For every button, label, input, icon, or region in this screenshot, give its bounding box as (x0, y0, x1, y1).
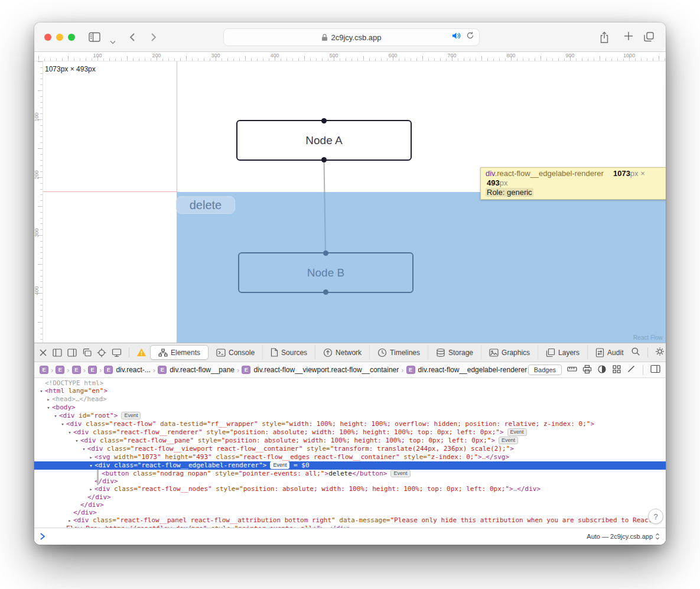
tab-timelines[interactable]: Timelines (369, 345, 428, 360)
appearance-icon[interactable] (597, 365, 607, 376)
dom-tree-row[interactable]: ▸<svg width="1073" height="493" class="r… (34, 453, 666, 461)
breadcrumb-edgelabel-renderer[interactable]: Ediv.react-flow__edgelabel-renderer (406, 366, 528, 374)
dom-tree-row[interactable]: </div> (34, 493, 666, 501)
tab-graphics[interactable]: Graphics (481, 345, 538, 360)
event-badge[interactable]: Event (270, 461, 289, 469)
issues-warning-icon[interactable] (136, 348, 146, 357)
device-settings-icon[interactable] (112, 348, 122, 357)
event-badge[interactable]: Event (390, 470, 410, 477)
breadcrumb-react-flow[interactable]: E (88, 366, 97, 374)
ruler-label: 300 (34, 224, 40, 242)
web-inspector: Elements Console Sources Network Timelin… (34, 343, 666, 545)
dom-tree-row[interactable]: ▸<head>…</head> (34, 395, 666, 403)
close-window-button[interactable] (44, 34, 51, 41)
breadcrumb-renderer[interactable]: Ediv.react-... (104, 366, 150, 374)
node-handle-top[interactable] (321, 118, 327, 123)
print-styles-icon[interactable] (582, 365, 592, 376)
ruler-left: 100200300400500 (34, 61, 43, 343)
share-icon[interactable] (599, 31, 610, 46)
dom-tree-row[interactable]: ▾<html lang="en"> (34, 387, 666, 395)
forward-button[interactable] (150, 32, 157, 45)
node-handle-bottom[interactable] (321, 157, 327, 162)
audio-playing-icon[interactable] (452, 32, 461, 41)
dom-tree-row[interactable]: ▾<div class="react-flow__edgelabel-rende… (34, 461, 666, 470)
delete-edge-button[interactable]: delete (176, 196, 235, 214)
dom-tree-row[interactable]: </div> (34, 501, 666, 509)
disclosure-triangle[interactable]: ▾ (38, 388, 45, 395)
dom-tree-row[interactable]: ▾<div class="react-flow__renderer" style… (34, 428, 666, 437)
disclosure-triangle[interactable]: ▾ (45, 404, 52, 412)
tab-network[interactable]: Network (315, 345, 369, 360)
undock-icon[interactable] (82, 348, 92, 357)
disclosure-triangle[interactable]: ▾ (80, 445, 87, 453)
tab-console[interactable]: Console (209, 345, 262, 360)
disclosure-triangle[interactable]: ▸ (87, 454, 95, 461)
ruler-label: 300 (211, 53, 220, 58)
disclosure-triangle[interactable]: ▸ (66, 517, 73, 525)
disclosure-triangle[interactable]: ▾ (66, 429, 73, 437)
dom-tree-row[interactable]: ▾<body> (34, 403, 666, 412)
grid-overlay-icon[interactable] (612, 365, 621, 376)
element-picker-icon[interactable] (97, 348, 106, 357)
tab-storage[interactable]: Storage (428, 345, 481, 360)
dom-tree-row[interactable]: ▾<div class="react-flow__viewport react-… (34, 445, 666, 453)
event-badge[interactable]: Event (507, 428, 527, 436)
disclosure-triangle[interactable]: ▾ (87, 462, 95, 470)
badges-button[interactable]: Badges (528, 365, 562, 375)
close-inspector-icon[interactable] (39, 349, 47, 357)
event-badge[interactable]: Event (499, 437, 518, 444)
search-icon[interactable] (631, 347, 640, 359)
dom-tree-row[interactable]: ▾<div id="root">Event (34, 412, 666, 420)
rulers-icon[interactable] (567, 365, 577, 375)
zoom-window-button[interactable] (68, 34, 75, 41)
gear-icon[interactable] (655, 347, 665, 359)
chevron-down-icon[interactable] (110, 36, 116, 47)
tab-audit[interactable]: Audit (587, 345, 631, 360)
breadcrumb-root[interactable]: E (72, 366, 81, 374)
flow-node-a[interactable]: Node A (236, 120, 412, 161)
dock-right-icon[interactable] (67, 349, 77, 357)
frame-selector[interactable]: Auto — 2c9jcy.csb.app (587, 533, 660, 540)
dom-tree: <!DOCTYPE html>▾<html lang="en">▸<head>…… (34, 378, 666, 528)
dom-tree-row[interactable]: ▾<div class="react-flow" data-testid="rf… (34, 420, 666, 428)
new-tab-icon[interactable] (623, 31, 634, 44)
disclosure-triangle[interactable]: ▸ (45, 396, 52, 403)
page-viewport[interactable]: Node A Node B React Flow delete 10020030… (34, 52, 666, 343)
disclosure-triangle[interactable]: ▾ (59, 421, 66, 428)
pen-icon[interactable] (627, 365, 636, 375)
tab-layers[interactable]: Layers (538, 345, 587, 360)
disclosure-triangle[interactable]: ▸ (87, 486, 95, 493)
back-button[interactable] (129, 32, 136, 45)
ruler-top: 1002003004005006007008009001000 (34, 52, 666, 61)
dom-tree-row[interactable]: ▸<div class="react-flow__nodes" style="p… (34, 485, 666, 493)
dom-tree-row[interactable]: </div> (34, 509, 666, 516)
breadcrumb-viewport[interactable]: Ediv.react-flow__viewport.react-flow__co… (242, 366, 399, 374)
tab-overview-icon[interactable] (643, 31, 655, 45)
url-bar[interactable]: 2c9jcy.csb.app (223, 28, 480, 46)
quick-console-prompt-icon[interactable] (40, 533, 45, 540)
dom-tree-row[interactable]: <!DOCTYPE html> (34, 379, 666, 387)
ruler-label: 200 (152, 53, 161, 58)
dock-side-icon[interactable] (53, 349, 62, 357)
reload-icon[interactable] (466, 31, 474, 41)
help-button[interactable]: ? (648, 509, 663, 524)
disclosure-triangle[interactable]: ▾ (73, 437, 80, 445)
breadcrumb-html[interactable]: E (40, 366, 48, 374)
dom-tree-row[interactable]: ▸<div class="react-flow__panel react-flo… (34, 516, 666, 528)
breadcrumb-body[interactable]: E (56, 366, 64, 374)
tab-sources[interactable]: Sources (262, 345, 315, 360)
event-badge[interactable]: Event (121, 412, 141, 419)
ruler-label: 800 (506, 53, 515, 58)
tab-elements[interactable]: Elements (150, 345, 209, 360)
details-sidebar-icon[interactable] (650, 365, 660, 375)
breadcrumb-pane[interactable]: Ediv.react-flow__pane (158, 366, 235, 374)
minimize-window-button[interactable] (56, 34, 63, 41)
dom-tree-row[interactable]: ▾<div class="react-flow__pane" style="po… (34, 437, 666, 445)
dom-tree-row[interactable]: <button class="nodrag nopan" style="poin… (34, 470, 666, 477)
safari-window: 2c9jcy.csb.app (34, 22, 666, 545)
element-highlight-overlay (177, 192, 666, 343)
dom-breadcrumb-bar: E › E › E › E › Ediv.react-... › Ediv.re… (34, 362, 666, 378)
disclosure-triangle[interactable]: ▾ (52, 412, 59, 420)
dom-tree-row[interactable]: </div> (34, 477, 666, 485)
sidebar-icon[interactable] (89, 32, 100, 45)
